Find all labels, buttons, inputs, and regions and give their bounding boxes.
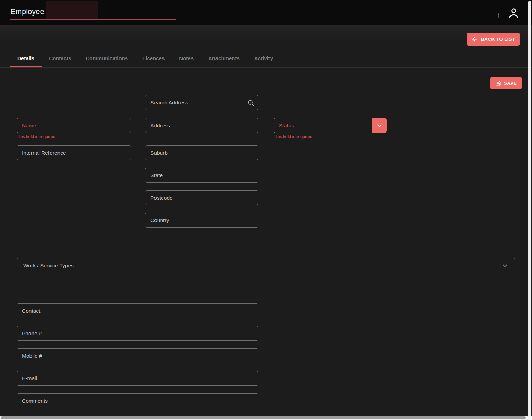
- save-button[interactable]: SAVE: [490, 77, 522, 89]
- horizontal-scrollbar-thumb[interactable]: [1, 416, 526, 419]
- employee-detail-content: BACK TO LIST Details Contacts Communicat…: [0, 25, 532, 420]
- active-tab-indicator: [10, 66, 42, 67]
- tab-attachments[interactable]: Attachments: [208, 55, 240, 61]
- tab-contacts[interactable]: Contacts: [49, 55, 71, 61]
- employee-page: ) BACK TO LIST Details Contacts Communic…: [0, 0, 532, 420]
- page-title-input[interactable]: [10, 4, 176, 20]
- state-input[interactable]: [145, 168, 258, 183]
- chevron-down-icon: [501, 262, 509, 270]
- save-floppy-icon: [495, 80, 501, 86]
- search-address-input[interactable]: [145, 95, 258, 110]
- name-input[interactable]: [17, 118, 131, 133]
- top-app-bar: ): [0, 0, 532, 25]
- email-input[interactable]: [17, 371, 258, 386]
- address-input[interactable]: [145, 118, 258, 133]
- mobile-input[interactable]: [17, 348, 258, 363]
- work-service-types-label: Work / Service Types: [23, 263, 74, 269]
- status-required-error: This field is required.: [274, 134, 313, 139]
- tab-details[interactable]: Details: [17, 55, 34, 61]
- contact-input[interactable]: [17, 303, 258, 318]
- work-service-types-expander[interactable]: Work / Service Types: [17, 258, 515, 273]
- vertical-scrollbar-thumb[interactable]: [528, 1, 531, 418]
- back-to-list-button[interactable]: BACK TO LIST: [467, 33, 520, 46]
- user-account-icon[interactable]: [507, 7, 520, 20]
- back-to-list-label: BACK TO LIST: [481, 37, 515, 42]
- status-dropdown-button[interactable]: [372, 118, 387, 133]
- postcode-input[interactable]: [145, 190, 258, 205]
- tab-bar: Details Contacts Communications Licences…: [17, 55, 273, 61]
- name-required-error: This field is required.: [17, 134, 56, 139]
- status-input[interactable]: [274, 118, 372, 133]
- arrow-left-icon: [471, 36, 478, 43]
- save-label: SAVE: [504, 81, 517, 86]
- tab-notes[interactable]: Notes: [179, 55, 194, 61]
- tab-activity[interactable]: Activity: [254, 55, 273, 61]
- search-icon[interactable]: [247, 99, 254, 106]
- tab-communications[interactable]: Communications: [86, 55, 128, 61]
- phone-input[interactable]: [17, 326, 258, 341]
- internal-reference-input[interactable]: [17, 145, 131, 160]
- partial-glyph: ): [498, 12, 499, 18]
- suburb-input[interactable]: [145, 145, 258, 160]
- country-input[interactable]: [145, 213, 258, 228]
- tab-licences[interactable]: Licences: [142, 55, 165, 61]
- tab-divider: [0, 67, 532, 68]
- chevron-down-icon: [376, 122, 383, 129]
- horizontal-scrollbar-track[interactable]: [0, 416, 532, 420]
